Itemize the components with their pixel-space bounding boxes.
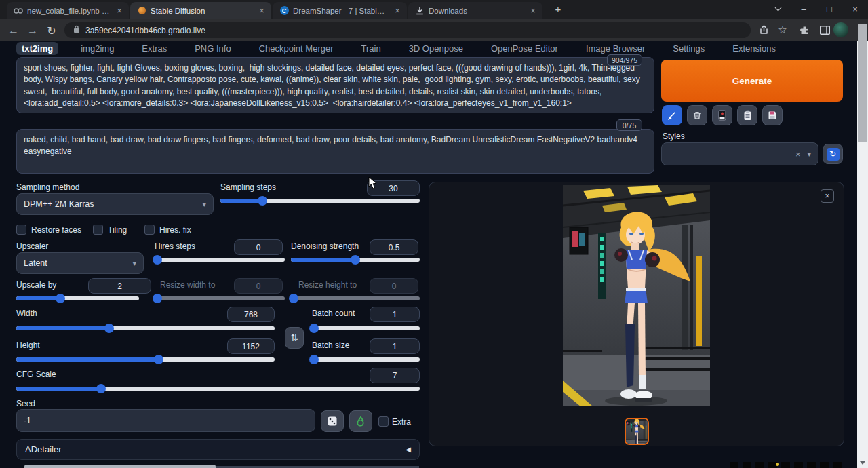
pencil-arrow-icon: [667, 111, 677, 120]
clipboard-icon: [743, 110, 752, 121]
apply-styles-button[interactable]: [737, 105, 757, 125]
forward-button[interactable]: →: [24, 23, 41, 38]
browser-tab-strip: new_colab_file.ipynb - Colaborat × Stabl…: [0, 0, 868, 19]
batch-size-value[interactable]: 1: [370, 338, 420, 354]
gallery-thumbnail-selected[interactable]: [625, 418, 649, 445]
window-minimize-button[interactable]: –: [793, 0, 814, 18]
batch-count-value[interactable]: 1: [370, 307, 420, 322]
bookmark-star-icon[interactable]: ☆: [775, 22, 790, 37]
height-slider[interactable]: [16, 357, 275, 362]
upscale-by-value[interactable]: 2: [88, 278, 151, 294]
width-value[interactable]: 768: [227, 307, 275, 322]
batch-size-slider[interactable]: [312, 357, 420, 362]
reuse-seed-button[interactable]: [349, 410, 372, 432]
styles-label: Styles: [663, 132, 685, 141]
save-style-button[interactable]: [762, 105, 783, 125]
url-text: 3a59ec42041dbb46cb.gradio.live: [85, 26, 205, 35]
seed-value: -1: [24, 416, 31, 425]
upscaler-dropdown[interactable]: Latent ▾: [16, 252, 144, 274]
styles-clear-icon[interactable]: ×: [795, 149, 801, 159]
trash-icon: [692, 111, 702, 120]
sampling-method-value: DPM++ 2M Karras: [24, 199, 94, 209]
swap-dimensions-button[interactable]: ⇅: [285, 327, 304, 349]
profile-avatar[interactable]: [833, 22, 848, 37]
extra-networks-button[interactable]: [712, 105, 732, 125]
upscaler-value: Latent: [24, 258, 47, 268]
cfg-scale-slider[interactable]: [16, 387, 420, 391]
tiling-label: Tiling: [108, 225, 127, 235]
tab-close-icon[interactable]: ×: [256, 5, 267, 16]
extra-seed-checkbox[interactable]: [378, 416, 389, 427]
styles-dropdown[interactable]: × ▾: [661, 142, 818, 165]
generated-image[interactable]: [563, 185, 710, 406]
hires-steps-slider[interactable]: [155, 258, 285, 262]
tab-close-icon[interactable]: ×: [114, 5, 125, 16]
batch-count-slider[interactable]: [312, 326, 420, 330]
model-card-icon: [717, 110, 727, 121]
upscale-by-slider[interactable]: [16, 296, 139, 300]
sd-webui: txt2img img2img Extras PNG Info Checkpoi…: [0, 41, 857, 468]
tab-close-icon[interactable]: ×: [392, 5, 403, 16]
prompt-input[interactable]: sport shoes, fighter, fight, fight Glove…: [16, 57, 654, 113]
batch-count-label: Batch count: [312, 309, 355, 318]
prompt-token-counter: 904/975: [607, 54, 642, 66]
sampling-steps-slider[interactable]: [220, 199, 420, 203]
nav-divider: [0, 54, 857, 54]
side-panel-icon[interactable]: [817, 22, 832, 37]
address-bar[interactable]: 3a59ec42041dbb46cb.gradio.live: [64, 22, 751, 38]
hires-fix-checkbox[interactable]: [144, 225, 155, 235]
browser-tab-downloads[interactable]: Downloads ×: [408, 2, 542, 19]
denoising-strength-slider[interactable]: [291, 258, 420, 262]
extra-seed-label: Extra: [392, 417, 411, 427]
colab-icon: [14, 6, 23, 16]
height-value[interactable]: 1152: [227, 338, 275, 354]
browser-tab-stable-diffusion[interactable]: Stable Diffusion ×: [130, 2, 271, 19]
share-icon[interactable]: [756, 22, 771, 37]
cfg-scale-value[interactable]: 7: [370, 368, 420, 383]
window-close-button[interactable]: ×: [845, 0, 865, 18]
browser-tab-dreamshaper[interactable]: C DreamShaper - 7 | Stable Diffusio ×: [273, 2, 407, 19]
generate-button[interactable]: Generate: [661, 60, 843, 102]
scrollbar-thumb[interactable]: [858, 24, 867, 142]
denoising-strength-value[interactable]: 0.5: [370, 239, 418, 255]
paste-params-button[interactable]: [662, 105, 682, 125]
window-maximize-button[interactable]: □: [819, 0, 840, 18]
negative-prompt-input[interactable]: naked, child, bad hand, bad draw, bad dr…: [16, 129, 654, 174]
resize-width-label: Resize width to: [160, 280, 215, 290]
resize-height-value: 0: [370, 278, 418, 294]
refresh-icon: ↻: [827, 148, 840, 161]
reload-button[interactable]: ↻: [43, 23, 60, 38]
sampling-method-label: Sampling method: [16, 182, 79, 192]
restore-faces-checkbox[interactable]: [16, 225, 26, 235]
tab-title: DreamShaper - 7 | Stable Diffusio: [293, 7, 388, 15]
resize-width-value: 0: [234, 278, 283, 294]
resize-height-label: Resize height to: [298, 280, 357, 290]
back-button[interactable]: ←: [5, 23, 22, 38]
tab-close-icon[interactable]: ×: [528, 5, 538, 16]
resize-width-slider: [155, 296, 285, 300]
floppy-save-icon: [768, 111, 777, 120]
scroll-down-arrow[interactable]: [857, 457, 868, 468]
gallery-close-button[interactable]: ×: [821, 189, 834, 203]
hires-steps-value[interactable]: 0: [234, 239, 283, 255]
tab-search-chevron-icon[interactable]: [768, 0, 788, 18]
chevron-down-icon: ▾: [807, 150, 811, 159]
browser-tab-colab[interactable]: new_colab_file.ipynb - Colaborat ×: [7, 2, 129, 19]
extensions-puzzle-icon[interactable]: [797, 22, 812, 37]
tiling-checkbox[interactable]: [93, 225, 103, 235]
hires-fix-label: Hires. fix: [159, 225, 191, 235]
adetailer-accordion[interactable]: ADetailer ◀: [16, 439, 420, 460]
chevron-down-icon: ▾: [202, 200, 206, 209]
random-seed-button[interactable]: [321, 410, 344, 432]
refresh-styles-button[interactable]: ↻: [823, 144, 843, 164]
restore-faces-label: Restore faces: [31, 225, 81, 235]
width-slider[interactable]: [16, 326, 275, 330]
height-label: Height: [16, 340, 40, 350]
clear-prompt-button[interactable]: [687, 105, 707, 125]
new-tab-button[interactable]: +: [551, 3, 566, 17]
lock-icon: [73, 25, 80, 35]
seed-input[interactable]: -1: [16, 409, 315, 432]
negative-token-counter: 0/75: [616, 119, 642, 131]
download-icon: [415, 6, 425, 16]
sampling-method-dropdown[interactable]: DPM++ 2M Karras ▾: [16, 193, 214, 215]
